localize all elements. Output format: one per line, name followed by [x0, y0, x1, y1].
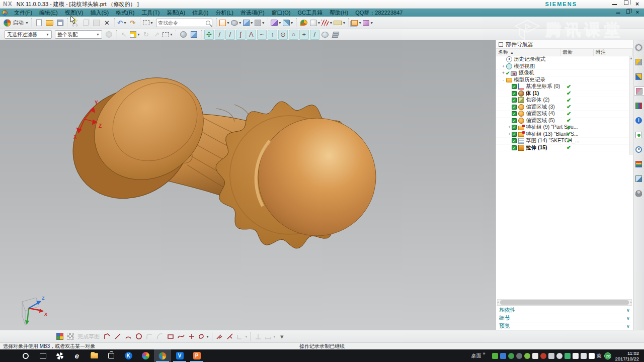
- part-navigator-icon[interactable]: [634, 86, 644, 96]
- ime-indicator[interactable]: 英: [596, 352, 601, 359]
- section-3[interactable]: 预览∨: [496, 322, 633, 330]
- child-close-button[interactable]: ×: [636, 10, 639, 16]
- taskbar-clock[interactable]: 11:02 2017/10/22: [615, 350, 639, 361]
- start-button[interactable]: [0, 349, 17, 362]
- fit-view-icon[interactable]: ▼: [219, 18, 230, 28]
- menu-item-3[interactable]: 视图(V): [61, 9, 87, 17]
- task-view[interactable]: [34, 349, 51, 362]
- restore-button[interactable]: [624, 1, 628, 5]
- snap-pole-icon[interactable]: ↑: [268, 30, 277, 40]
- menu-item-1[interactable]: 文件(F): [11, 9, 36, 17]
- history-icon[interactable]: [634, 145, 643, 154]
- section-1[interactable]: 相依性∨: [496, 306, 633, 314]
- snap-point-on-line-icon[interactable]: /: [310, 30, 319, 40]
- browser-360[interactable]: [51, 349, 68, 362]
- tree-row-14[interactable]: ✓拉伸 (15)✔: [496, 145, 629, 152]
- snap-point-on-curve-icon[interactable]: ~: [257, 30, 267, 40]
- visibility-checkbox[interactable]: ✓: [512, 105, 517, 110]
- selection-scope[interactable]: 整个装配▼: [55, 30, 102, 39]
- expander-icon[interactable]: +: [501, 70, 506, 75]
- delete-icon[interactable]: ✕: [102, 18, 112, 28]
- internet-explorer[interactable]: e: [68, 349, 86, 362]
- offset-curve-icon[interactable]: ▼: [197, 331, 209, 341]
- expander-icon[interactable]: +: [507, 132, 512, 137]
- windows-store[interactable]: [103, 349, 120, 362]
- tray-finance-icon[interactable]: [565, 353, 571, 359]
- menu-item-5[interactable]: 格式(R): [112, 9, 138, 17]
- selection-handle-icon[interactable]: ▼: [130, 30, 140, 40]
- expander-icon[interactable]: +: [501, 64, 506, 69]
- tray-network-icon[interactable]: [581, 353, 587, 359]
- col-latest[interactable]: 最新: [560, 49, 594, 56]
- desktop-label[interactable]: 桌面: [471, 352, 481, 359]
- tray-volume-icon[interactable]: [573, 353, 579, 359]
- orient-view-icon[interactable]: ▼: [231, 18, 242, 28]
- scroll-thumb[interactable]: [500, 300, 629, 305]
- menu-item-4[interactable]: 插入(S): [87, 9, 112, 17]
- app-k[interactable]: K: [120, 349, 137, 362]
- tray-shield-icon[interactable]: [508, 353, 514, 359]
- menu-item-11[interactable]: 窗口(O): [268, 9, 294, 17]
- visibility-checkbox[interactable]: ✓: [512, 111, 517, 116]
- part-navigator-header[interactable]: 部件导航器: [496, 40, 633, 49]
- chevron-down-icon[interactable]: ▼: [96, 33, 100, 36]
- menu-item-14[interactable]: QQ群：282223847: [352, 9, 406, 17]
- new-file-icon[interactable]: [34, 18, 44, 28]
- expander-icon[interactable]: -: [501, 77, 506, 82]
- tree-row-4[interactable]: -模型历史记录: [496, 77, 629, 84]
- snap-mid-point-icon[interactable]: /: [225, 30, 235, 40]
- tray-sync-icon[interactable]: [500, 353, 506, 359]
- tray-usb-icon[interactable]: [548, 353, 554, 359]
- snap-intersection-icon[interactable]: +: [299, 30, 309, 40]
- menu-item-12[interactable]: GC工具箱: [294, 9, 326, 17]
- arc-icon[interactable]: [123, 331, 133, 341]
- constraint-navigator-icon[interactable]: [634, 72, 643, 81]
- optimizer-badge[interactable]: 26: [604, 352, 611, 359]
- assembly-navigator-icon[interactable]: [634, 57, 643, 66]
- chevron-down-icon[interactable]: ∨: [626, 307, 630, 313]
- minimize-button[interactable]: [612, 1, 617, 5]
- media-wheel[interactable]: [137, 349, 154, 362]
- user-role-icon[interactable]: [299, 18, 309, 28]
- save-file-icon[interactable]: [55, 18, 65, 28]
- snap-face-icon[interactable]: [320, 30, 330, 40]
- move-face-icon[interactable]: ▼: [271, 18, 282, 28]
- tray-message-icon[interactable]: [589, 353, 595, 359]
- snap-end-point-icon[interactable]: /: [215, 30, 224, 40]
- visibility-checkbox[interactable]: ✓: [512, 98, 517, 103]
- chevron-down-icon[interactable]: ∨: [626, 323, 630, 329]
- tree-row-10[interactable]: ✓偏置区域 (5)✔: [496, 118, 629, 125]
- selection-filter[interactable]: 无选择过滤器▼: [5, 30, 52, 39]
- point-icon[interactable]: [187, 331, 196, 341]
- menu-item-9[interactable]: 分析(L): [212, 9, 236, 17]
- window-cascade-icon[interactable]: ▼: [351, 18, 362, 28]
- tree-row-6[interactable]: ✓体 (1)✔: [496, 90, 629, 98]
- pattern-face-icon[interactable]: ▼: [283, 18, 294, 28]
- graphics-viewport[interactable]: Y Z X Z X: [0, 40, 496, 330]
- tree-row-3[interactable]: +✔摄像机: [496, 70, 629, 77]
- tray-battery-icon[interactable]: [492, 353, 498, 359]
- close-button[interactable]: ×: [635, 1, 639, 8]
- visibility-checkbox[interactable]: ✓: [512, 118, 517, 123]
- child-minimize-button[interactable]: [616, 10, 620, 14]
- tree-horizontal-scrollbar[interactable]: ‹›: [497, 299, 632, 306]
- tree-row-1[interactable]: 历史记录模式: [496, 56, 629, 63]
- menu-item-8[interactable]: 信息(I): [189, 9, 212, 17]
- expander-icon[interactable]: +: [507, 125, 512, 130]
- visibility-checkbox[interactable]: ✓: [512, 91, 517, 96]
- snap-arc-center-icon[interactable]: ⊙: [278, 30, 288, 40]
- tray-chat-icon[interactable]: [532, 353, 538, 359]
- measure-icon[interactable]: ▼: [334, 18, 346, 28]
- chevron-down-icon[interactable]: ∨: [626, 315, 630, 321]
- tree-column-header[interactable]: 名称▲ 最新 附注: [496, 49, 633, 56]
- snap-point-enable-icon[interactable]: ✣: [204, 30, 214, 40]
- search-input[interactable]: [158, 20, 206, 26]
- reuse-library-icon[interactable]: [634, 101, 643, 110]
- tray-flower-icon[interactable]: [540, 353, 546, 359]
- menu-item-13[interactable]: 帮助(H): [326, 9, 352, 17]
- desktop-toolbar[interactable]: 桌面 »: [471, 352, 492, 359]
- layer-stack-icon[interactable]: [331, 30, 341, 40]
- true-shading-icon[interactable]: ▼: [310, 18, 321, 28]
- manufacturing-wizards-icon[interactable]: [634, 174, 643, 183]
- tree-row-13[interactable]: ✓草图 (14) "SKETCH_...✔: [496, 138, 629, 145]
